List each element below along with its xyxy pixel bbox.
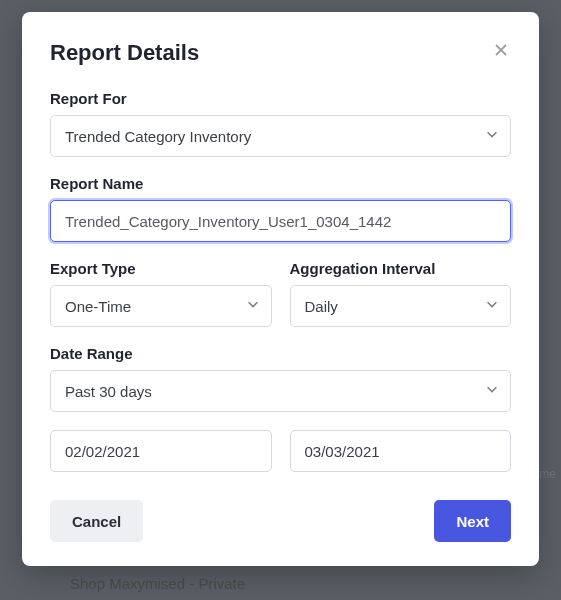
aggregation-interval-group: Aggregation Interval Daily [290, 260, 512, 327]
date-range-label: Date Range [50, 345, 511, 362]
backdrop-right-text: me [539, 467, 556, 481]
export-type-value: One-Time [50, 285, 272, 327]
export-type-group: Export Type One-Time [50, 260, 272, 327]
date-end-input[interactable] [290, 430, 512, 472]
aggregation-interval-select[interactable]: Daily [290, 285, 512, 327]
date-start-input[interactable] [50, 430, 272, 472]
modal-footer: Cancel Next [50, 500, 511, 542]
date-range-value: Past 30 days [50, 370, 511, 412]
cancel-button[interactable]: Cancel [50, 500, 143, 542]
report-for-select[interactable]: Trended Category Inventory [50, 115, 511, 157]
export-type-label: Export Type [50, 260, 272, 277]
report-for-label: Report For [50, 90, 511, 107]
date-range-group: Date Range Past 30 days [50, 345, 511, 412]
close-icon [493, 46, 509, 61]
aggregation-interval-label: Aggregation Interval [290, 260, 512, 277]
close-button[interactable] [491, 40, 511, 62]
date-range-select[interactable]: Past 30 days [50, 370, 511, 412]
modal-title: Report Details [50, 40, 199, 66]
backdrop-shop-label: Shop Maxymised - Private [70, 575, 245, 592]
report-for-value: Trended Category Inventory [50, 115, 511, 157]
report-details-modal: Report Details Report For Trended Catego… [22, 12, 539, 566]
next-button[interactable]: Next [434, 500, 511, 542]
modal-header: Report Details [50, 40, 511, 66]
aggregation-interval-value: Daily [290, 285, 512, 327]
report-name-group: Report Name [50, 175, 511, 242]
report-for-group: Report For Trended Category Inventory [50, 90, 511, 157]
report-name-label: Report Name [50, 175, 511, 192]
export-type-select[interactable]: One-Time [50, 285, 272, 327]
report-name-input[interactable] [50, 200, 511, 242]
